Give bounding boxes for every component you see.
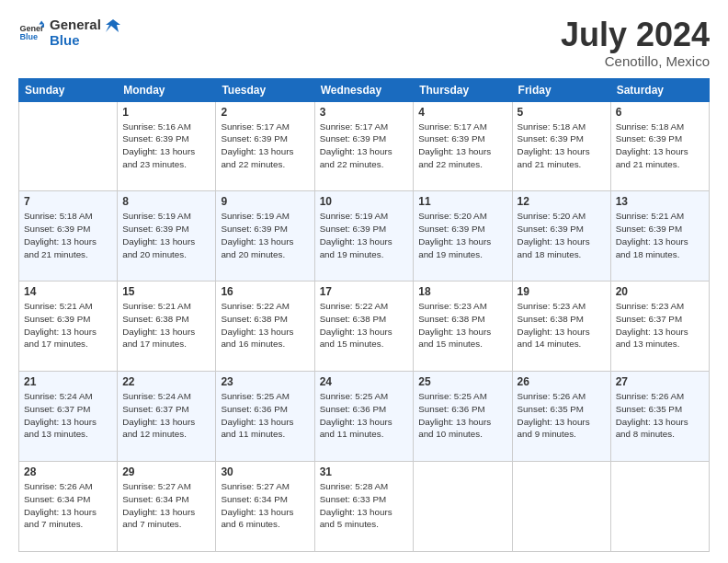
logo-blue: Blue [50, 32, 120, 48]
day-number: 2 [221, 106, 309, 119]
header-saturday: Saturday [610, 78, 709, 101]
cell-0-0 [19, 101, 118, 191]
day-info: Sunrise: 5:28 AM Sunset: 6:33 PM Dayligh… [320, 480, 409, 531]
day-info: Sunrise: 5:19 AM Sunset: 6:39 PM Dayligh… [221, 210, 309, 260]
cell-2-2: 16Sunrise: 5:22 AM Sunset: 6:38 PM Dayli… [216, 282, 314, 372]
cell-3-4: 25Sunrise: 5:25 AM Sunset: 6:36 PM Dayli… [414, 372, 512, 462]
day-info: Sunrise: 5:17 AM Sunset: 6:39 PM Dayligh… [320, 121, 409, 171]
day-number: 25 [418, 375, 506, 388]
title-block: July 2024 Cenotillo, Mexico [561, 17, 710, 69]
day-number: 12 [518, 195, 606, 208]
header-sunday: Sunday [19, 78, 118, 101]
day-info: Sunrise: 5:25 AM Sunset: 6:36 PM Dayligh… [418, 390, 506, 441]
day-number: 14 [24, 285, 112, 298]
day-info: Sunrise: 5:21 AM Sunset: 6:39 PM Dayligh… [616, 210, 704, 260]
svg-text:Blue: Blue [19, 33, 38, 42]
cell-2-3: 17Sunrise: 5:22 AM Sunset: 6:38 PM Dayli… [314, 282, 414, 372]
week-row-1: 1Sunrise: 5:16 AM Sunset: 6:39 PM Daylig… [19, 101, 710, 191]
cell-1-1: 8Sunrise: 5:19 AM Sunset: 6:39 PM Daylig… [118, 191, 216, 282]
day-number: 5 [518, 106, 606, 119]
day-number: 23 [221, 375, 309, 388]
cell-4-3: 31Sunrise: 5:28 AM Sunset: 6:33 PM Dayli… [314, 462, 414, 552]
week-row-5: 28Sunrise: 5:26 AM Sunset: 6:34 PM Dayli… [19, 462, 710, 552]
day-info: Sunrise: 5:20 AM Sunset: 6:39 PM Dayligh… [518, 210, 606, 260]
cell-3-6: 27Sunrise: 5:26 AM Sunset: 6:35 PM Dayli… [610, 372, 709, 462]
day-info: Sunrise: 5:20 AM Sunset: 6:39 PM Dayligh… [418, 210, 506, 260]
cell-2-1: 15Sunrise: 5:21 AM Sunset: 6:38 PM Dayli… [118, 282, 216, 372]
day-number: 6 [616, 106, 704, 119]
cell-1-0: 7Sunrise: 5:18 AM Sunset: 6:39 PM Daylig… [19, 191, 118, 282]
cell-1-3: 10Sunrise: 5:19 AM Sunset: 6:39 PM Dayli… [314, 191, 414, 282]
cell-4-1: 29Sunrise: 5:27 AM Sunset: 6:34 PM Dayli… [118, 462, 216, 552]
day-info: Sunrise: 5:24 AM Sunset: 6:37 PM Dayligh… [24, 390, 112, 441]
day-number: 10 [320, 195, 409, 208]
day-number: 17 [320, 285, 409, 298]
logo-icon: General Blue [18, 19, 44, 45]
header-row: Sunday Monday Tuesday Wednesday Thursday… [19, 78, 710, 101]
cell-0-5: 5Sunrise: 5:18 AM Sunset: 6:39 PM Daylig… [512, 101, 610, 191]
day-number: 15 [122, 285, 210, 298]
day-number: 21 [24, 375, 112, 388]
day-info: Sunrise: 5:24 AM Sunset: 6:37 PM Dayligh… [122, 390, 210, 441]
day-info: Sunrise: 5:19 AM Sunset: 6:39 PM Dayligh… [320, 210, 409, 260]
day-info: Sunrise: 5:18 AM Sunset: 6:39 PM Dayligh… [24, 210, 112, 260]
day-number: 30 [221, 465, 309, 478]
cell-2-6: 20Sunrise: 5:23 AM Sunset: 6:37 PM Dayli… [610, 282, 709, 372]
cell-3-0: 21Sunrise: 5:24 AM Sunset: 6:37 PM Dayli… [19, 372, 118, 462]
day-info: Sunrise: 5:27 AM Sunset: 6:34 PM Dayligh… [221, 480, 309, 531]
day-info: Sunrise: 5:25 AM Sunset: 6:36 PM Dayligh… [320, 390, 409, 441]
day-info: Sunrise: 5:23 AM Sunset: 6:38 PM Dayligh… [418, 300, 506, 350]
day-info: Sunrise: 5:21 AM Sunset: 6:38 PM Dayligh… [122, 300, 210, 350]
day-info: Sunrise: 5:19 AM Sunset: 6:39 PM Dayligh… [122, 210, 210, 260]
day-info: Sunrise: 5:26 AM Sunset: 6:34 PM Dayligh… [24, 480, 112, 531]
cell-1-6: 13Sunrise: 5:21 AM Sunset: 6:39 PM Dayli… [610, 191, 709, 282]
day-number: 11 [418, 195, 506, 208]
day-info: Sunrise: 5:25 AM Sunset: 6:36 PM Dayligh… [221, 390, 309, 441]
day-number: 16 [221, 285, 309, 298]
day-number: 18 [418, 285, 506, 298]
subtitle: Cenotillo, Mexico [561, 53, 710, 69]
cell-4-0: 28Sunrise: 5:26 AM Sunset: 6:34 PM Dayli… [19, 462, 118, 552]
cell-0-6: 6Sunrise: 5:18 AM Sunset: 6:39 PM Daylig… [610, 101, 709, 191]
day-number: 13 [616, 195, 704, 208]
day-number: 26 [518, 375, 606, 388]
cell-4-6 [610, 462, 709, 552]
cell-4-5 [512, 462, 610, 552]
week-row-3: 14Sunrise: 5:21 AM Sunset: 6:39 PM Dayli… [19, 282, 710, 372]
day-number: 27 [616, 375, 704, 388]
cell-2-0: 14Sunrise: 5:21 AM Sunset: 6:39 PM Dayli… [19, 282, 118, 372]
svg-text:General: General [19, 24, 44, 33]
day-info: Sunrise: 5:23 AM Sunset: 6:38 PM Dayligh… [518, 300, 606, 350]
day-number: 22 [122, 375, 210, 388]
cell-0-3: 3Sunrise: 5:17 AM Sunset: 6:39 PM Daylig… [314, 101, 414, 191]
day-info: Sunrise: 5:16 AM Sunset: 6:39 PM Dayligh… [122, 121, 210, 171]
calendar-header: Sunday Monday Tuesday Wednesday Thursday… [19, 78, 710, 101]
week-row-4: 21Sunrise: 5:24 AM Sunset: 6:37 PM Dayli… [19, 372, 710, 462]
logo-bird-icon [106, 19, 120, 32]
day-info: Sunrise: 5:18 AM Sunset: 6:39 PM Dayligh… [616, 121, 704, 171]
day-info: Sunrise: 5:26 AM Sunset: 6:35 PM Dayligh… [518, 390, 606, 441]
svg-marker-4 [106, 19, 120, 32]
header-friday: Friday [512, 78, 610, 101]
cell-4-2: 30Sunrise: 5:27 AM Sunset: 6:34 PM Dayli… [216, 462, 314, 552]
day-number: 3 [320, 106, 409, 119]
day-number: 19 [518, 285, 606, 298]
day-number: 1 [122, 106, 210, 119]
main-title: July 2024 [561, 17, 710, 53]
day-number: 9 [221, 195, 309, 208]
day-info: Sunrise: 5:18 AM Sunset: 6:39 PM Dayligh… [518, 121, 606, 171]
header: General Blue General Blue July 2024 Ceno… [18, 17, 710, 69]
cell-3-1: 22Sunrise: 5:24 AM Sunset: 6:37 PM Dayli… [118, 372, 216, 462]
header-tuesday: Tuesday [216, 78, 314, 101]
day-number: 7 [24, 195, 112, 208]
day-info: Sunrise: 5:27 AM Sunset: 6:34 PM Dayligh… [122, 480, 210, 531]
cell-1-5: 12Sunrise: 5:20 AM Sunset: 6:39 PM Dayli… [512, 191, 610, 282]
header-wednesday: Wednesday [314, 78, 414, 101]
day-number: 4 [418, 106, 506, 119]
calendar-page: General Blue General Blue July 2024 Ceno… [0, 0, 728, 563]
day-number: 24 [320, 375, 409, 388]
cell-1-2: 9Sunrise: 5:19 AM Sunset: 6:39 PM Daylig… [216, 191, 314, 282]
week-row-2: 7Sunrise: 5:18 AM Sunset: 6:39 PM Daylig… [19, 191, 710, 282]
calendar-table: Sunday Monday Tuesday Wednesday Thursday… [18, 78, 710, 552]
calendar-body: 1Sunrise: 5:16 AM Sunset: 6:39 PM Daylig… [19, 101, 710, 551]
